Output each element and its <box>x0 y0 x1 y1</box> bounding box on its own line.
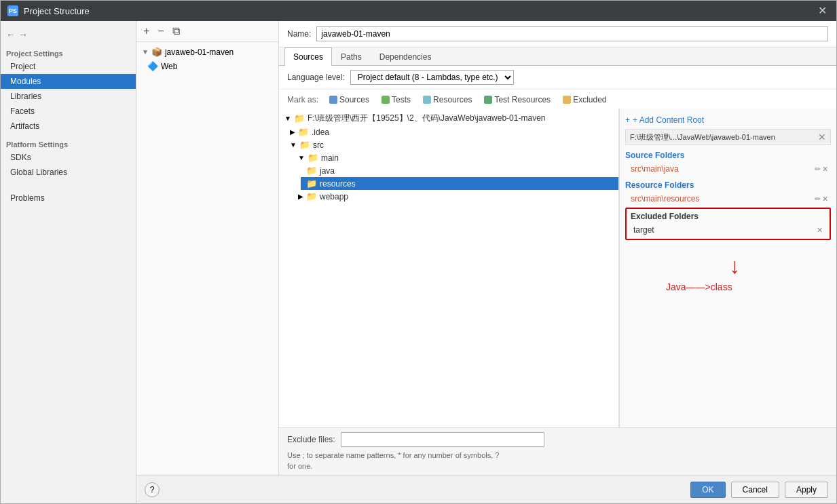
java-folder-label: java <box>320 166 335 176</box>
tab-sources[interactable]: Sources <box>284 47 332 66</box>
resource-folders-label: Resource Folders <box>625 180 831 190</box>
right-panel: + + Add Content Root F:\班级管理\...\JavaWeb… <box>619 109 836 427</box>
content-root-close-button[interactable]: ✕ <box>818 132 826 142</box>
dialog-title: Project Structure <box>24 6 90 16</box>
resources-folder-icon: 📁 <box>306 178 317 189</box>
add-module-button[interactable]: + <box>141 24 152 39</box>
project-settings-header: Project Settings <box>1 45 136 59</box>
expand-icon-idea: ▶ <box>290 128 295 136</box>
file-tree-main[interactable]: ▼ 📁 main <box>293 151 618 164</box>
title-bar-left: PS Project Structure <box>7 5 90 16</box>
resource-folder-text: src\main\resources <box>631 194 699 203</box>
tab-dependencies[interactable]: Dependencies <box>371 47 441 66</box>
inner-panel: + − ⧉ ▼ 📦 javaweb-01-maven 🔷 Web <box>136 21 836 476</box>
module-label: javaweb-01-maven <box>165 47 234 57</box>
module-detail: Name: Sources Paths Dependencies <box>279 21 836 476</box>
src-folder-icon: 📁 <box>299 140 310 150</box>
source-folder-icons: ✏ ✕ <box>815 165 828 174</box>
source-folder-text: src\main\java <box>631 164 679 174</box>
source-folders-label: Source Folders <box>625 151 831 160</box>
expand-icon-root: ▼ <box>284 115 291 122</box>
resources-folder-label: resources <box>320 179 356 189</box>
nav-back-button[interactable]: ← <box>6 29 16 40</box>
resource-folder-icons: ✏ ✕ <box>815 195 828 203</box>
excluded-folders-header: Excluded Folders <box>631 212 825 221</box>
sidebar-item-sdks[interactable]: SDKs <box>1 150 136 165</box>
ok-button[interactable]: OK <box>690 482 725 498</box>
project-structure-dialog: PS Project Structure ✕ ← → Project Setti… <box>0 0 837 504</box>
remove-module-button[interactable]: − <box>155 24 166 39</box>
add-content-root-button[interactable]: + + Add Content Root <box>625 114 831 129</box>
language-row: Language level: Project default (8 - Lam… <box>279 66 836 90</box>
sidebar-item-artifacts[interactable]: Artifacts <box>1 119 136 134</box>
sidebar-item-project[interactable]: Project <box>1 59 136 74</box>
mark-excluded-button[interactable]: Excluded <box>559 94 610 106</box>
name-row: Name: <box>279 21 836 47</box>
resources-dot <box>423 96 431 104</box>
test-resources-dot <box>484 96 492 104</box>
webapp-folder-label: webapp <box>320 192 348 201</box>
chevron-icon: ▼ <box>142 48 149 56</box>
language-label: Language level: <box>287 73 345 82</box>
main-folder-icon: 📁 <box>308 153 318 163</box>
tab-paths[interactable]: Paths <box>332 47 371 66</box>
module-item-javaweb[interactable]: ▼ 📦 javaweb-01-maven <box>136 45 278 59</box>
tabs-bar: Sources Paths Dependencies <box>279 47 836 66</box>
content-root-path: F:\班级管理\...\JavaWeb\javaweb-01-maven ✕ <box>625 129 831 145</box>
idea-folder-icon: 📁 <box>298 127 309 137</box>
source-folder-edit-button[interactable]: ✏ <box>815 165 821 174</box>
module-tree: ▼ 📦 javaweb-01-maven 🔷 Web <box>136 42 278 76</box>
down-arrow-icon: ↓ <box>639 254 831 279</box>
source-folder-remove-button[interactable]: ✕ <box>822 165 828 174</box>
web-module-label: Web <box>161 62 177 71</box>
excluded-folder-entry: target ✕ <box>631 224 825 236</box>
file-tree-root[interactable]: ▼ 📁 F:\班级管理\西开【19525】\2、代码\JavaWeb\javaw… <box>279 111 618 125</box>
excluded-folder-remove-button[interactable]: ✕ <box>817 226 823 235</box>
excluded-folders-section: Excluded Folders target ✕ <box>625 208 831 240</box>
sidebar: ← → Project Settings Project Modules Lib… <box>1 21 136 503</box>
exclude-input[interactable] <box>341 432 544 447</box>
sources-panel: ▼ 📁 F:\班级管理\西开【19525】\2、代码\JavaWeb\javaw… <box>279 109 836 427</box>
file-tree-resources[interactable]: 📁 resources <box>301 177 618 190</box>
cancel-button[interactable]: Cancel <box>731 482 779 498</box>
language-select[interactable]: Project default (8 - Lambdas, type etc.) <box>350 70 514 85</box>
idea-folder-label: .idea <box>312 128 329 137</box>
webapp-folder-icon: 📁 <box>306 191 317 201</box>
sidebar-item-problems[interactable]: Problems <box>1 191 136 206</box>
excluded-folder-text: target <box>633 225 654 235</box>
file-tree-idea[interactable]: ▶ 📁 .idea <box>284 125 618 138</box>
help-button[interactable]: ? <box>145 482 160 497</box>
bottom-bar: Exclude files: Use ; to separate name pa… <box>279 427 836 476</box>
copy-module-button[interactable]: ⧉ <box>170 24 183 39</box>
mark-resources-button[interactable]: Resources <box>419 94 476 106</box>
expand-icon-main: ▼ <box>298 154 305 161</box>
mark-sources-button[interactable]: Sources <box>325 94 373 106</box>
sidebar-item-modules[interactable]: Modules <box>1 74 136 89</box>
sidebar-item-global-libraries[interactable]: Global Libraries <box>1 165 136 180</box>
annotation-area: ↓ Java——>class <box>625 240 831 292</box>
nav-controls: ← → <box>1 26 136 43</box>
java-folder-icon: 📁 <box>306 166 317 176</box>
exclude-hint-1: Use ; to separate name patterns, * for a… <box>287 450 828 461</box>
resource-folder-remove-button[interactable]: ✕ <box>822 195 828 203</box>
file-tree-src[interactable]: ▼ 📁 src <box>284 138 618 151</box>
platform-settings-header: Platform Settings <box>1 136 136 150</box>
mark-test-resources-button[interactable]: Test Resources <box>480 94 555 106</box>
file-tree-webapp[interactable]: ▶ 📁 webapp <box>293 190 618 203</box>
resource-folder-edit-button[interactable]: ✏ <box>815 195 821 203</box>
module-folder-icon: 📦 <box>151 47 162 57</box>
mark-tests-button[interactable]: Tests <box>377 94 415 106</box>
nav-forward-button[interactable]: → <box>18 29 28 40</box>
sidebar-item-facets[interactable]: Facets <box>1 104 136 119</box>
mark-as-row: Mark as: Sources Tests Resources <box>279 90 836 109</box>
file-tree-java[interactable]: 📁 java <box>301 164 618 177</box>
close-button[interactable]: ✕ <box>815 5 830 16</box>
app-icon: PS <box>7 5 18 16</box>
tests-dot <box>382 96 390 104</box>
module-item-web[interactable]: 🔷 Web <box>142 59 278 73</box>
name-input[interactable] <box>316 26 828 41</box>
sidebar-item-libraries[interactable]: Libraries <box>1 89 136 104</box>
title-bar: PS Project Structure ✕ <box>1 1 836 21</box>
file-tree-panel: ▼ 📁 F:\班级管理\西开【19525】\2、代码\JavaWeb\javaw… <box>279 109 619 427</box>
apply-button[interactable]: Apply <box>785 482 828 498</box>
